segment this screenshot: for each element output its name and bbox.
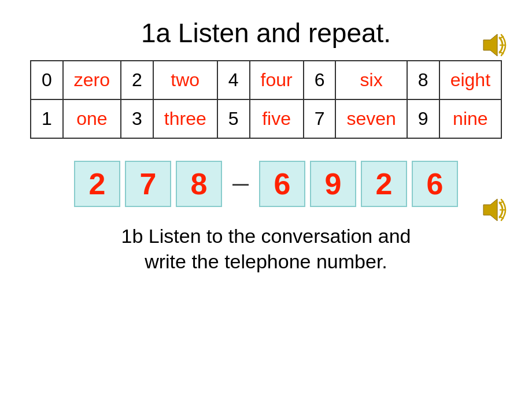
table-cell: one (63, 99, 121, 138)
bottom-text-line1: 1b Listen to the conversation and (121, 225, 411, 247)
table-cell: 3 (121, 99, 153, 138)
phone-digit-box: 8 (176, 161, 222, 207)
speaker-icon-top[interactable] (479, 32, 509, 64)
speaker-icon-bottom[interactable] (479, 197, 509, 228)
numbers-table: 0zero2two4four6six8eight1one3three5five7… (30, 60, 502, 139)
bottom-text-line2: write the telephone number. (145, 250, 387, 272)
svg-marker-0 (483, 34, 497, 56)
phone-digit-box: 6 (259, 161, 305, 207)
table-cell: three (153, 99, 217, 138)
svg-marker-4 (483, 199, 497, 221)
table-cell: four (250, 61, 304, 99)
table-cell: 8 (407, 61, 439, 99)
table-cell: 6 (304, 61, 336, 99)
phone-digit-box: 6 (412, 161, 458, 207)
phone-digit-box: 2 (74, 161, 120, 207)
table-cell: 1 (31, 99, 63, 138)
table-cell: 9 (407, 99, 439, 138)
table-cell: 7 (304, 99, 336, 138)
table-cell: eight (439, 61, 501, 99)
phone-dash: — (232, 175, 249, 193)
table-cell: nine (439, 99, 501, 138)
table-cell: 2 (121, 61, 153, 99)
table-cell: six (335, 61, 407, 99)
phone-digit-box: 7 (125, 161, 171, 207)
table-cell: two (153, 61, 217, 99)
bottom-text: 1b Listen to the conversation and write … (0, 223, 532, 274)
table-cell: five (250, 99, 304, 138)
table-cell: zero (63, 61, 121, 99)
phone-number-section: 278 — 6926 (0, 161, 532, 207)
table-cell: 0 (31, 61, 63, 99)
page-title: 1a Listen and repeat. (0, 0, 532, 60)
table-cell: 5 (217, 99, 250, 138)
table-cell: 4 (217, 61, 250, 99)
table-cell: seven (335, 99, 407, 138)
phone-digit-box: 2 (361, 161, 407, 207)
phone-digit-box: 9 (310, 161, 356, 207)
